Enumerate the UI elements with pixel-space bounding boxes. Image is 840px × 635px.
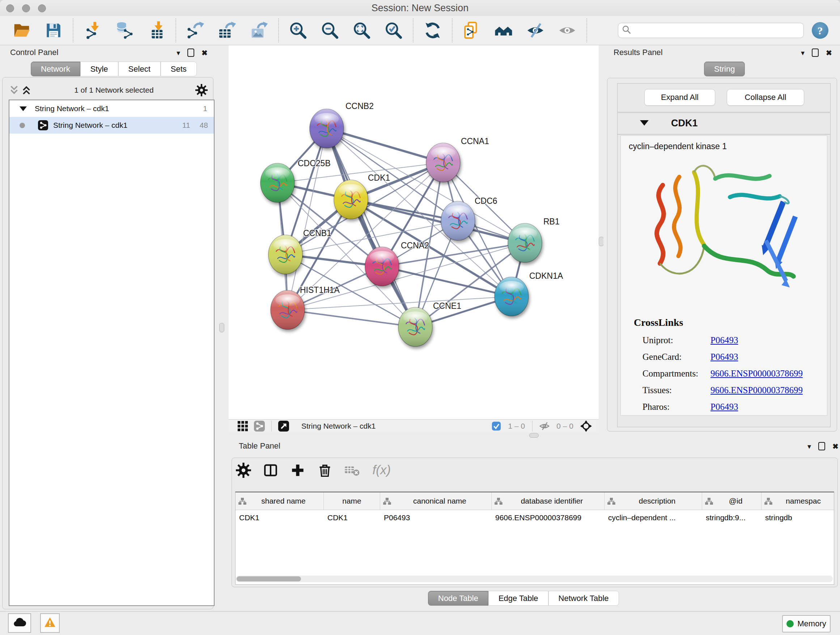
tab-network[interactable]: Network <box>31 62 80 76</box>
tab-network-table[interactable]: Network Table <box>548 591 619 606</box>
network-edge[interactable] <box>287 310 415 327</box>
table-cell[interactable]: CDK1 <box>235 510 324 526</box>
column-header-@id[interactable]: @id <box>702 492 761 510</box>
close-panel-icon[interactable]: ✖ <box>202 49 208 57</box>
tab-style[interactable]: Style <box>80 62 118 76</box>
horizontal-splitter-handle[interactable] <box>529 433 538 438</box>
right-splitter-handle[interactable] <box>599 237 604 246</box>
birds-eye-view-icon[interactable] <box>278 421 289 432</box>
clone-network-button[interactable] <box>463 21 481 40</box>
fit-selected-crosshair-icon[interactable] <box>580 420 592 432</box>
network-canvas[interactable]: CCNB2CCNA1CDC25BCDK1CDC6RB1CCNB1CCNA2CDK… <box>229 45 599 419</box>
crosslink-link[interactable]: P06493 <box>711 335 738 345</box>
import-network-file-button[interactable] <box>84 21 102 40</box>
close-panel-icon[interactable]: ✖ <box>832 442 838 450</box>
first-neighbors-button[interactable] <box>494 21 513 40</box>
table-cell[interactable]: stringdb <box>761 510 834 526</box>
table-cell[interactable]: CDK1 <box>324 510 380 526</box>
zoom-selected-button[interactable] <box>385 21 403 40</box>
create-column-plus-icon[interactable] <box>290 463 305 478</box>
delete-column-trash-icon[interactable] <box>317 463 332 478</box>
table-cell[interactable]: stringdb:9... <box>702 510 761 526</box>
node-ccnb2[interactable] <box>309 109 344 148</box>
column-header-description[interactable]: description <box>605 492 702 510</box>
network-collection-row[interactable]: String Network – cdk1 1 <box>9 100 214 117</box>
left-splitter-handle[interactable] <box>219 323 224 333</box>
network-edge[interactable] <box>327 128 415 327</box>
column-header-name[interactable]: name <box>324 492 380 510</box>
node-cdc6[interactable] <box>441 201 475 241</box>
export-network-button[interactable] <box>186 21 204 40</box>
crosslink-link[interactable]: P06493 <box>711 352 738 362</box>
crosslink-link[interactable]: 9606.ENSP00000378699 <box>711 385 803 395</box>
column-header-database-identifier[interactable]: database identifier <box>492 492 605 510</box>
zoom-out-button[interactable] <box>321 21 339 40</box>
network-edge[interactable] <box>327 128 443 163</box>
node-ccna2[interactable] <box>365 247 399 286</box>
node-ccne1[interactable] <box>398 307 432 347</box>
save-session-button[interactable] <box>44 21 63 40</box>
collapse-all-networks-icon[interactable] <box>8 85 20 96</box>
open-session-button[interactable] <box>13 21 31 40</box>
grid-view-icon[interactable] <box>237 421 248 432</box>
tab-sets[interactable]: Sets <box>161 62 197 76</box>
tab-edge-table[interactable]: Edge Table <box>488 591 548 606</box>
panel-menu-icon[interactable]: ▾ <box>177 49 180 57</box>
float-panel-icon[interactable] <box>187 49 194 57</box>
network-view-icon[interactable] <box>254 421 265 432</box>
node-cdk1[interactable] <box>334 180 368 219</box>
crosslink-link[interactable]: P06493 <box>711 402 738 412</box>
show-columns-icon[interactable] <box>263 463 278 478</box>
network-edge[interactable] <box>382 266 512 296</box>
panel-menu-icon[interactable]: ▾ <box>801 49 805 57</box>
search-input[interactable] <box>631 25 800 35</box>
import-network-database-button[interactable] <box>115 21 134 40</box>
table-cell[interactable]: cyclin–dependent ... <box>605 510 702 526</box>
tab-string[interactable]: String <box>704 62 745 76</box>
help-button[interactable]: ? <box>812 22 829 39</box>
table-horizontal-scrollbar[interactable] <box>236 576 833 582</box>
protein-section-header[interactable]: CDK1 <box>617 113 830 135</box>
search-box[interactable] <box>618 23 804 38</box>
node-ccnb1[interactable] <box>268 235 302 274</box>
selected-checkbox-icon[interactable] <box>491 421 502 432</box>
node-ccna1[interactable] <box>426 143 460 182</box>
import-table-file-button[interactable] <box>147 21 165 40</box>
scrollbar-thumb[interactable] <box>237 576 301 581</box>
tab-node-table[interactable]: Node Table <box>428 591 488 606</box>
collapse-all-button[interactable]: Collapse All <box>727 89 804 106</box>
collection-expander-icon[interactable] <box>19 106 27 111</box>
network-row-selected[interactable]: String Network – cdk1 11 48 <box>9 117 214 134</box>
refresh-network-button[interactable] <box>424 21 442 40</box>
node-rb1[interactable] <box>508 223 542 263</box>
column-header-canonical-name[interactable]: canonical name <box>380 492 492 510</box>
expand-all-networks-icon[interactable] <box>20 85 33 96</box>
expand-all-button[interactable]: Expand All <box>644 89 715 106</box>
zoom-fit-button[interactable] <box>353 21 371 40</box>
warnings-button[interactable] <box>40 613 60 633</box>
table-cell[interactable]: P06493 <box>380 510 492 526</box>
float-panel-icon[interactable] <box>812 49 819 57</box>
column-header-shared-name[interactable]: shared name <box>235 492 324 510</box>
table-cell[interactable]: 9606.ENSP00000378699 <box>492 510 605 526</box>
node-hist1h1a[interactable] <box>271 290 305 329</box>
network-edge[interactable] <box>287 128 327 310</box>
zoom-in-button[interactable] <box>289 21 307 40</box>
show-all-button[interactable] <box>558 21 576 40</box>
float-panel-icon[interactable] <box>818 442 825 450</box>
tab-select[interactable]: Select <box>118 62 161 76</box>
memory-button[interactable]: Memory <box>782 615 831 632</box>
export-image-button[interactable] <box>250 21 268 40</box>
network-options-gear-icon[interactable] <box>195 84 208 96</box>
table-row[interactable]: CDK1CDK1P064939606.ENSP00000378699cyclin… <box>235 510 834 526</box>
close-panel-icon[interactable]: ✖ <box>826 49 832 57</box>
column-header-namespac[interactable]: namespac <box>761 492 834 510</box>
export-table-button[interactable] <box>218 21 236 40</box>
cloud-button[interactable] <box>8 613 31 633</box>
table-settings-gear-icon[interactable] <box>236 463 251 478</box>
hidden-eye-icon[interactable] <box>539 421 550 432</box>
collapse-section-icon[interactable] <box>640 120 649 126</box>
node-cdkn1a[interactable] <box>494 277 529 316</box>
crosslink-link[interactable]: 9606.ENSP00000378699 <box>711 369 803 379</box>
hide-selected-button[interactable] <box>526 21 545 40</box>
